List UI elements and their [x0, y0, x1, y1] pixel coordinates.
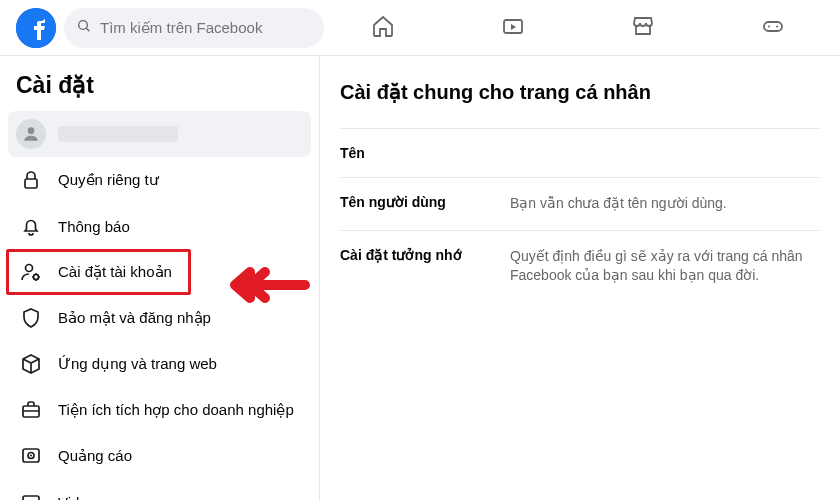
svg-point-9 — [26, 265, 33, 272]
svg-line-2 — [86, 28, 89, 31]
settings-sidebar: Cài đặt Quyền riêng tư Thông báo Cài đặt… — [0, 56, 320, 500]
setting-row-name[interactable]: Tên — [340, 128, 820, 177]
bell-icon — [16, 211, 46, 241]
row-value: Bạn vẫn chưa đặt tên người dùng. — [510, 194, 727, 214]
svg-point-1 — [79, 20, 88, 29]
megaphone-icon — [16, 441, 46, 471]
box-icon — [16, 349, 46, 379]
sidebar-item-label: Video — [58, 494, 96, 501]
svg-rect-4 — [764, 22, 782, 31]
svg-point-5 — [768, 25, 770, 27]
home-icon — [371, 14, 395, 42]
sidebar-item-label: Quảng cáo — [58, 447, 132, 465]
setting-row-username[interactable]: Tên người dùng Bạn vẫn chưa đặt tên ngườ… — [340, 177, 820, 230]
sidebar-item-label: Tiện ích tích hợp cho doanh nghiệp — [58, 401, 294, 419]
watch-icon — [501, 14, 525, 42]
top-bar — [0, 0, 840, 56]
sidebar-title: Cài đặt — [8, 68, 311, 111]
top-nav — [332, 8, 824, 48]
svg-rect-15 — [23, 496, 39, 500]
person-gear-icon — [16, 257, 46, 287]
search-icon — [76, 18, 92, 38]
svg-point-7 — [28, 127, 35, 134]
sidebar-item-privacy[interactable]: Quyền riêng tư — [8, 157, 311, 203]
svg-point-14 — [30, 455, 32, 457]
svg-rect-8 — [25, 179, 37, 188]
shield-icon — [16, 303, 46, 333]
marketplace-icon — [631, 14, 655, 42]
avatar-icon — [16, 119, 46, 149]
setting-row-memorial[interactable]: Cài đặt tưởng nhớ Quyết định điều gì sẽ … — [340, 230, 820, 302]
row-label: Tên — [340, 145, 510, 161]
sidebar-item-notifications[interactable]: Thông báo — [8, 203, 311, 249]
briefcase-icon — [16, 395, 46, 425]
nav-gaming[interactable] — [748, 8, 798, 48]
facebook-logo[interactable] — [16, 8, 56, 48]
nav-home[interactable] — [358, 8, 408, 48]
sidebar-item-business[interactable]: Tiện ích tích hợp cho doanh nghiệp — [8, 387, 311, 433]
sidebar-item-security[interactable]: Bảo mật và đăng nhập — [8, 295, 311, 341]
page-title: Cài đặt chung cho trang cá nhân — [340, 80, 820, 104]
gaming-icon — [761, 14, 785, 42]
sidebar-item-label: Bảo mật và đăng nhập — [58, 309, 211, 327]
nav-watch[interactable] — [488, 8, 538, 48]
video-icon — [16, 487, 46, 500]
row-label: Cài đặt tưởng nhớ — [340, 247, 510, 263]
nav-marketplace[interactable] — [618, 8, 668, 48]
row-value: Quyết định điều gì sẽ xảy ra với trang c… — [510, 247, 820, 286]
sidebar-item-label: Quyền riêng tư — [58, 171, 159, 189]
search-box[interactable] — [64, 8, 324, 48]
sidebar-item-label: Thông báo — [58, 218, 130, 235]
search-input[interactable] — [100, 19, 312, 36]
main-panel: Cài đặt chung cho trang cá nhân Tên Tên … — [320, 56, 840, 500]
sidebar-item-video[interactable]: Video — [8, 479, 311, 500]
sidebar-item-label: Ứng dụng và trang web — [58, 355, 217, 373]
svg-point-6 — [776, 25, 778, 27]
row-label: Tên người dùng — [340, 194, 510, 210]
sidebar-item-label: Cài đặt tài khoản — [58, 263, 172, 281]
profile-name-placeholder — [58, 126, 178, 142]
lock-icon — [16, 165, 46, 195]
sidebar-item-profile[interactable] — [8, 111, 311, 157]
sidebar-item-apps[interactable]: Ứng dụng và trang web — [8, 341, 311, 387]
sidebar-item-ads[interactable]: Quảng cáo — [8, 433, 311, 479]
sidebar-item-account-settings[interactable]: Cài đặt tài khoản — [8, 249, 311, 295]
